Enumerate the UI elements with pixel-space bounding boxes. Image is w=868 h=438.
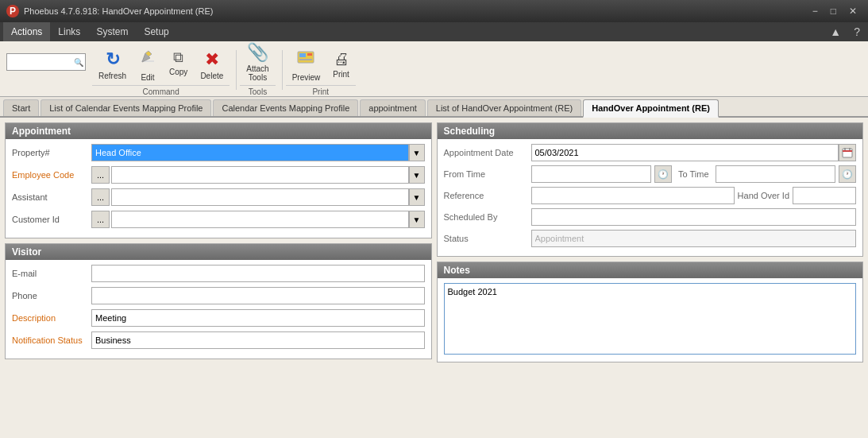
to-time-input[interactable] bbox=[716, 165, 836, 183]
customer-id-wrap: ... ▼ bbox=[91, 211, 425, 228]
menu-bar: Actions Links System Setup ▲ ? bbox=[0, 22, 868, 41]
print-button[interactable]: 🖨 Print bbox=[326, 48, 356, 83]
svg-rect-7 bbox=[307, 53, 312, 56]
phone-row: Phone bbox=[12, 287, 425, 304]
notification-status-input[interactable] bbox=[91, 331, 425, 349]
description-input[interactable] bbox=[91, 309, 425, 327]
tab-bar: Start List of Calendar Events Mapping Pr… bbox=[0, 97, 868, 118]
status-label: Status bbox=[444, 234, 531, 243]
help-button[interactable]: ? bbox=[849, 25, 865, 38]
assistant-label: Assistant bbox=[12, 192, 91, 202]
toolbar-divider-2 bbox=[282, 50, 283, 90]
search-icon: 🔍 bbox=[74, 58, 83, 67]
appointment-date-row: Appointment Date bbox=[444, 144, 857, 161]
tab-list-handover[interactable]: List of HandOver Appointment (RE) bbox=[427, 99, 581, 116]
toolbar-search-box[interactable]: 🔍 bbox=[6, 53, 86, 71]
main-content: Appointment Property# ▼ Employee Code ..… bbox=[0, 118, 868, 438]
customer-id-input[interactable] bbox=[111, 211, 408, 228]
scheduling-section: Scheduling Appointment Date bbox=[437, 122, 864, 257]
search-input[interactable] bbox=[10, 57, 74, 67]
copy-button[interactable]: ⧉ Copy bbox=[163, 48, 194, 83]
notes-textarea[interactable]: Budget 2021 bbox=[444, 283, 857, 355]
delete-icon: ✖ bbox=[205, 49, 219, 70]
tab-list-calendar[interactable]: List of Calendar Events Mapping Profile bbox=[41, 99, 211, 116]
preview-icon bbox=[296, 50, 315, 72]
svg-text:P: P bbox=[10, 6, 16, 17]
email-input[interactable] bbox=[91, 265, 425, 282]
property-input[interactable] bbox=[91, 144, 409, 161]
assistant-ellipsis[interactable]: ... bbox=[91, 188, 110, 206]
attach-button[interactable]: 📎 AttachTools bbox=[240, 41, 275, 83]
to-time-clock-button[interactable]: 🕐 bbox=[839, 165, 856, 183]
tab-handover-appointment[interactable]: HandOver Appointment (RE) bbox=[583, 99, 719, 118]
menu-actions[interactable]: Actions bbox=[3, 22, 50, 41]
menu-links[interactable]: Links bbox=[50, 22, 88, 41]
assistant-row: Assistant ... ▼ bbox=[12, 188, 425, 206]
edit-icon bbox=[139, 49, 156, 72]
customer-id-dropdown-arrow[interactable]: ▼ bbox=[409, 211, 425, 228]
employee-code-dropdown-arrow[interactable]: ▼ bbox=[409, 166, 425, 184]
phone-input[interactable] bbox=[91, 287, 425, 304]
svg-rect-6 bbox=[299, 53, 306, 57]
tab-appointment[interactable]: appointment bbox=[360, 99, 426, 116]
description-label: Description bbox=[12, 313, 91, 323]
right-panel: Scheduling Appointment Date bbox=[437, 122, 864, 433]
appointment-section: Appointment Property# ▼ Employee Code ..… bbox=[5, 122, 432, 238]
preview-button[interactable]: Preview bbox=[286, 48, 327, 83]
scheduled-by-input[interactable] bbox=[531, 208, 857, 226]
from-time-input[interactable] bbox=[531, 165, 652, 183]
employee-code-ellipsis[interactable]: ... bbox=[91, 166, 110, 184]
attach-label: AttachTools bbox=[246, 64, 268, 82]
assistant-dropdown-arrow[interactable]: ▼ bbox=[409, 188, 425, 206]
copy-label: Copy bbox=[169, 68, 187, 76]
tab-calendar-profile[interactable]: Calendar Events Mapping Profile bbox=[213, 99, 358, 116]
close-button[interactable]: ✕ bbox=[844, 4, 862, 18]
svg-rect-9 bbox=[843, 149, 852, 157]
assistant-wrap: ... ▼ bbox=[91, 188, 425, 206]
appointment-date-calendar-button[interactable] bbox=[839, 144, 856, 161]
attach-icon: 📎 bbox=[247, 42, 268, 63]
reference-row: Reference Hand Over Id bbox=[444, 187, 857, 204]
employee-code-wrap: ... ▼ bbox=[91, 166, 425, 184]
property-select-wrap: ▼ bbox=[91, 144, 425, 161]
collapse-button[interactable]: ▲ bbox=[825, 25, 846, 38]
scheduled-by-label: Scheduled By bbox=[444, 212, 531, 222]
visitor-body: E-mail Phone Description Notification St… bbox=[6, 260, 431, 359]
refresh-button[interactable]: ↻ Refresh bbox=[92, 48, 133, 83]
delete-button[interactable]: ✖ Delete bbox=[194, 48, 230, 83]
property-dropdown-arrow[interactable]: ▼ bbox=[409, 144, 425, 161]
menu-setup[interactable]: Setup bbox=[136, 22, 176, 41]
customer-id-row: Customer Id ... ▼ bbox=[12, 211, 425, 228]
customer-id-ellipsis[interactable]: ... bbox=[91, 211, 110, 228]
notification-status-label: Notification Status bbox=[12, 335, 91, 345]
appointment-date-input[interactable] bbox=[531, 144, 839, 161]
appointment-date-wrap bbox=[531, 144, 857, 161]
window-title: Phoebus 4.7.6.918: HandOver Appointment … bbox=[24, 6, 213, 16]
notes-body: Budget 2021 bbox=[438, 278, 863, 362]
maximize-button[interactable]: □ bbox=[826, 4, 841, 18]
to-time-label: To Time bbox=[678, 169, 709, 179]
print-icon: 🖨 bbox=[334, 50, 349, 68]
tools-group-label: Tools bbox=[240, 85, 275, 96]
edit-button[interactable]: Edit bbox=[133, 48, 163, 83]
copy-icon: ⧉ bbox=[173, 49, 183, 66]
status-input[interactable] bbox=[531, 230, 857, 247]
notification-status-row: Notification Status bbox=[12, 331, 425, 349]
scheduling-header: Scheduling bbox=[438, 123, 863, 139]
appointment-date-label: Appointment Date bbox=[444, 148, 531, 157]
customer-id-label: Customer Id bbox=[12, 215, 91, 224]
preview-label: Preview bbox=[292, 73, 321, 82]
from-time-clock-button[interactable]: 🕐 bbox=[654, 165, 672, 183]
menu-system[interactable]: System bbox=[88, 22, 136, 41]
minimize-button[interactable]: − bbox=[808, 4, 823, 18]
reference-input[interactable] bbox=[531, 187, 735, 204]
handover-id-input[interactable] bbox=[793, 187, 856, 204]
employee-code-label: Employee Code bbox=[12, 170, 91, 180]
assistant-input[interactable] bbox=[111, 188, 408, 206]
property-label: Property# bbox=[12, 148, 91, 157]
app-icon: P bbox=[6, 5, 19, 17]
notes-section: Notes Budget 2021 bbox=[437, 262, 864, 362]
email-label: E-mail bbox=[12, 269, 91, 278]
tab-start[interactable]: Start bbox=[3, 99, 39, 116]
employee-code-input[interactable] bbox=[111, 166, 408, 184]
